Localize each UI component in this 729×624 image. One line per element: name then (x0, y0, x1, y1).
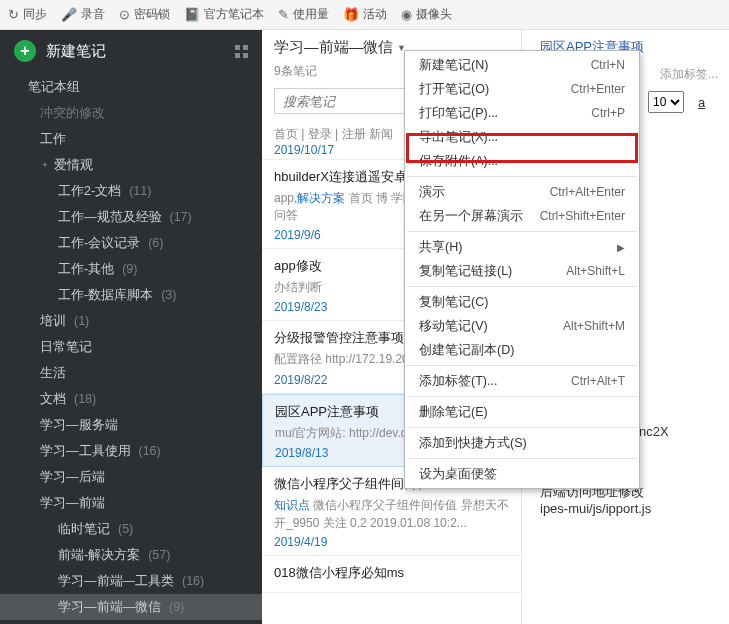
context-menu: 新建笔记(N)Ctrl+N打开笔记(O)Ctrl+Enter打印笔记(P)...… (404, 50, 640, 489)
sidebar-item[interactable]: 工作-会议记录(6) (0, 230, 262, 256)
plus-icon: + (14, 40, 36, 62)
record-label: 录音 (81, 6, 105, 23)
camera-button[interactable]: ◉摄像头 (401, 6, 452, 23)
mic-icon: 🎤 (61, 7, 77, 22)
sidebar-item[interactable]: 工作 (0, 126, 262, 152)
sidebar-item[interactable]: 学习—后端 (0, 464, 262, 490)
underline-button[interactable]: a (698, 95, 705, 110)
menu-item[interactable]: 在另一个屏幕演示Ctrl+Shift+Enter (405, 204, 639, 228)
menu-item[interactable]: 保存附件(A)... (405, 149, 639, 173)
menu-item[interactable]: 添加到快捷方式(S) (405, 431, 639, 455)
lock-button[interactable]: ⊙密码锁 (119, 6, 170, 23)
view-grid-icon[interactable] (235, 45, 248, 58)
sidebar-item[interactable]: 日常笔记 (0, 334, 262, 360)
activity-label: 活动 (363, 6, 387, 23)
sidebar-item[interactable]: 学习—前端—工具类(16) (0, 568, 262, 594)
top-toolbar: ↻同步 🎤录音 ⊙密码锁 📓官方笔记本 ✎使用量 🎁活动 ◉摄像头 (0, 0, 729, 30)
sidebar-item[interactable]: 学习—前端 (0, 490, 262, 516)
sidebar-item[interactable]: 工作—规范及经验(17) (0, 204, 262, 230)
menu-item[interactable]: 打开笔记(O)Ctrl+Enter (405, 77, 639, 101)
lock-icon: ⊙ (119, 7, 130, 22)
official-button[interactable]: 📓官方笔记本 (184, 6, 264, 23)
menu-item[interactable]: 移动笔记(V)Alt+Shift+M (405, 314, 639, 338)
lock-label: 密码锁 (134, 6, 170, 23)
new-note-label: 新建笔记 (46, 42, 106, 61)
sidebar-item[interactable]: 工作-其他(9) (0, 256, 262, 282)
menu-item[interactable]: 导出笔记(X)... (405, 125, 639, 149)
notebook-tree: 笔记本组冲突的修改工作+爱情观工作2-文档(11)工作—规范及经验(17)工作-… (0, 72, 262, 624)
sidebar-item[interactable]: 前端-解决方案(57) (0, 542, 262, 568)
menu-item[interactable]: 创建笔记副本(D) (405, 338, 639, 362)
sidebar-item[interactable]: 生活 (0, 360, 262, 386)
sidebar-item[interactable]: 文档(18) (0, 386, 262, 412)
menu-item[interactable]: 复制笔记链接(L)Alt+Shift+L (405, 259, 639, 283)
sidebar-item[interactable]: 冲突的修改 (0, 100, 262, 126)
camera-icon: ◉ (401, 7, 412, 22)
menu-item[interactable]: 复制笔记(C) (405, 290, 639, 314)
menu-item[interactable]: 删除笔记(E) (405, 400, 639, 424)
sidebar-item[interactable]: +爱情观 (0, 152, 262, 178)
add-tag-label[interactable]: 添加标签... (660, 66, 729, 83)
usage-label: 使用量 (293, 6, 329, 23)
sidebar-item[interactable]: 学习—前端—微信(9) (0, 594, 262, 620)
official-label: 官方笔记本 (204, 6, 264, 23)
menu-item[interactable]: 共享(H)▶ (405, 235, 639, 259)
list-title-text: 学习—前端—微信 (274, 38, 393, 57)
camera-label: 摄像头 (416, 6, 452, 23)
sidebar-item[interactable]: 工作2-文档(11) (0, 178, 262, 204)
menu-item[interactable]: 添加标签(T)...Ctrl+Alt+T (405, 369, 639, 393)
sidebar-item[interactable]: 临时笔记(5) (0, 516, 262, 542)
sidebar-item[interactable]: 学习—服务端 (0, 412, 262, 438)
sidebar-item[interactable]: 学习—前端—知识点(54) (0, 620, 262, 624)
menu-item[interactable]: 打印笔记(P)...Ctrl+P (405, 101, 639, 125)
notebook-icon: 📓 (184, 7, 200, 22)
gift-icon: 🎁 (343, 7, 359, 22)
nav-links[interactable]: 首页 | 登录 | 注册 新闻 (274, 127, 393, 141)
menu-item[interactable]: 设为桌面便签 (405, 462, 639, 486)
menu-item[interactable]: 演示Ctrl+Alt+Enter (405, 180, 639, 204)
activity-button[interactable]: 🎁活动 (343, 6, 387, 23)
sidebar: + 新建笔记 笔记本组冲突的修改工作+爱情观工作2-文档(11)工作—规范及经验… (0, 30, 262, 624)
sidebar-item[interactable]: 笔记本组 (0, 74, 262, 100)
sync-icon: ↻ (8, 7, 19, 22)
nav-date: 2019/10/17 (274, 143, 334, 157)
note-item[interactable]: 018微信小程序必知ms (262, 556, 521, 593)
sidebar-item[interactable]: 工作-数据库脚本(3) (0, 282, 262, 308)
new-note-button[interactable]: + 新建笔记 (0, 30, 262, 72)
highlight-line2: ipes-mui/js/ipport.js (540, 501, 729, 516)
font-size-select[interactable]: 10 (648, 91, 684, 113)
menu-item[interactable]: 新建笔记(N)Ctrl+N (405, 53, 639, 77)
usage-button[interactable]: ✎使用量 (278, 6, 329, 23)
sidebar-item[interactable]: 学习—工具使用(16) (0, 438, 262, 464)
sidebar-item[interactable]: 培训(1) (0, 308, 262, 334)
sync-button[interactable]: ↻同步 (8, 6, 47, 23)
usage-icon: ✎ (278, 7, 289, 22)
sync-label: 同步 (23, 6, 47, 23)
record-button[interactable]: 🎤录音 (61, 6, 105, 23)
